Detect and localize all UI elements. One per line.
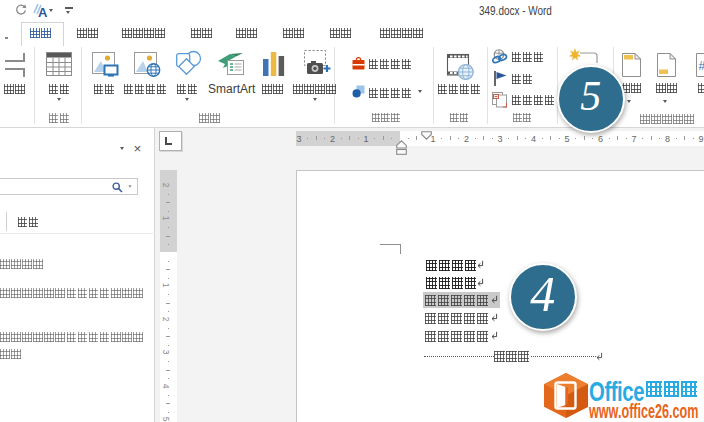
svg-text:A: A bbox=[38, 5, 48, 20]
svg-text:#: # bbox=[699, 59, 704, 73]
